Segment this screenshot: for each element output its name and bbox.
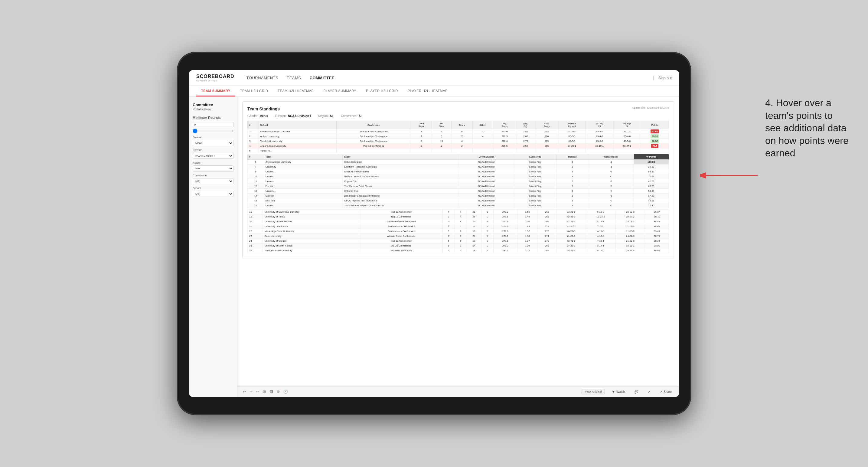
school-label: School — [193, 187, 234, 190]
gender-select[interactable]: Men's — [193, 140, 234, 146]
th-conf-rank: ConfRank — [411, 121, 432, 129]
undo-icon[interactable]: ↩ — [242, 389, 247, 395]
th-rank: # — [248, 121, 259, 129]
region-label: Region — [193, 161, 234, 164]
report-area: Team Standings Update time: 13/03/2024 1… — [238, 96, 679, 386]
table-row[interactable]: 21 University of Alabama Southeastern Co… — [248, 224, 669, 229]
sidebar: Committee Portal Review Minimum Rounds G… — [189, 96, 238, 397]
view-original-button[interactable]: View: Original — [582, 389, 605, 395]
table-row[interactable]: 3 Vanderbilt University Southeastern Con… — [248, 139, 669, 144]
tab-team-h2h-heatmap[interactable]: TEAM H2H HEATMAP — [273, 86, 318, 96]
nav-teams[interactable]: TEAMS — [287, 74, 301, 81]
eye-icon: 👁 — [612, 390, 615, 394]
table-row-selected[interactable]: 4 Arizona State University Pac-12 Confer… — [248, 144, 669, 149]
add-icon[interactable]: ⊕ — [276, 389, 280, 395]
division-label: Division — [193, 149, 234, 152]
th-overall: OverallRecord — [558, 121, 586, 129]
update-time: Update time: 13/03/2024 10:03:42 — [632, 106, 669, 109]
min-rounds-input[interactable] — [193, 122, 234, 127]
overlay-row: 6 Arizona State University Catus Collegi… — [248, 160, 669, 164]
th-no-tour: NoTour — [432, 121, 451, 129]
logo-text: SCOREBOARD — [196, 74, 235, 79]
content-area: Committee Portal Review Minimum Rounds G… — [189, 96, 679, 397]
overlay-row: 10 Univers... National Invitational Tour… — [248, 174, 669, 179]
sign-out-button[interactable]: Sign out — [653, 76, 672, 80]
division-select[interactable]: NCAA Division I — [193, 153, 234, 159]
th-adj-score: Adj.Score — [493, 121, 516, 129]
tab-team-h2h-grid[interactable]: TEAM H2H GRID — [235, 86, 273, 96]
annotation-container: 4. Hover over a team's points to see add… — [765, 97, 850, 160]
annotation-text: 4. Hover over a team's points to see add… — [765, 97, 850, 160]
toolbar-right: View: Original 👁 Watch 💬 ⤢ ↗ Share — [582, 389, 674, 395]
table-row[interactable]: 18 University of California, Berkeley Pa… — [248, 210, 669, 214]
table-row[interactable]: 2 Auburn University Southeastern Confere… — [248, 134, 669, 139]
region-select[interactable]: N/A — [193, 165, 234, 172]
refresh-icon[interactable]: ↩ — [255, 389, 260, 395]
th-wins: Wins — [472, 121, 493, 129]
school-select[interactable]: (All) — [193, 191, 234, 197]
report-card: Team Standings Update time: 13/03/2024 1… — [242, 101, 674, 258]
table-row[interactable]: 25 University of North Florida ASUN Conf… — [248, 244, 669, 248]
nav-committee[interactable]: COMMITTEE — [310, 74, 335, 81]
report-header: Team Standings Update time: 13/03/2024 1… — [247, 106, 669, 111]
redo-icon[interactable]: ↪ — [249, 389, 253, 395]
image-icon[interactable]: 🖼 — [269, 389, 274, 395]
app-header: SCOREBOARD Powered by clipp TOURNAMENTS … — [189, 70, 679, 86]
main-standings-table: # School Conference ConfRank NoTour Bnds… — [247, 121, 669, 153]
tablet-frame: SCOREBOARD Powered by clipp TOURNAMENTS … — [177, 52, 691, 415]
grid-icon[interactable]: ⊞ — [262, 389, 267, 395]
tablet-screen: SCOREBOARD Powered by clipp TOURNAMENTS … — [189, 70, 679, 397]
expand-button[interactable]: ⤢ — [645, 389, 653, 395]
table-row[interactable]: 22 Mississippi State University Southeas… — [248, 229, 669, 234]
overlay-row: 16 Univers... 2023 Sahalee Players Champ… — [248, 203, 669, 208]
toolbar: ↩ ↪ ↩ ⊞ 🖼 ⊕ 🕐 View: Original 👁 — [238, 386, 679, 397]
min-rounds-slider[interactable] — [193, 129, 234, 133]
th-bnds: Bnds — [451, 121, 472, 129]
lower-standings-table: 18 University of California, Berkeley Pa… — [247, 209, 669, 253]
arrow-indicator — [700, 169, 761, 183]
table-row[interactable]: 5 Texas Te... — [248, 149, 669, 153]
nav-tournaments[interactable]: TOURNAMENTS — [247, 74, 279, 81]
overlay-row: 11 Univers... Copper Cup NCAA Division I… — [248, 179, 669, 184]
table-row[interactable]: 20 University of New Mexico Mountain Wes… — [248, 219, 669, 224]
overlay-row: 12 Florida I The Cypress Point Classic N… — [248, 184, 669, 189]
overlay-row: 7 University Southern Highlands Collegia… — [248, 164, 669, 169]
overlay-event-table: # Team Event Event Division Event Type R… — [247, 154, 669, 208]
toolbar-left: ↩ ↪ ↩ ⊞ 🖼 ⊕ 🕐 — [242, 389, 288, 395]
overlay-row: 13 Univers... Williams Cup NCAA Division… — [248, 189, 669, 194]
table-row[interactable]: 1 University of North Carolina Atlantic … — [248, 129, 669, 134]
conference-select[interactable]: (All) — [193, 178, 234, 184]
tab-player-summary[interactable]: PLAYER SUMMARY — [318, 86, 361, 96]
watch-button[interactable]: 👁 Watch — [610, 389, 627, 395]
th-low-score: LowScore — [535, 121, 558, 129]
sub-nav: TEAM SUMMARY TEAM H2H GRID TEAM H2H HEAT… — [189, 86, 679, 96]
comment-button[interactable]: 💬 — [632, 389, 641, 395]
min-rounds-label: Minimum Rounds — [193, 116, 234, 120]
table-row[interactable]: 23 Duke University Atlantic Coast Confer… — [248, 234, 669, 239]
conference-filter: Conference: All — [341, 114, 362, 118]
overlay-row: 14 Georgia Ben Hogan Collegiate Invitati… — [248, 194, 669, 198]
overlay-row: 15 East Ten OFCC Fighting Illini Invitat… — [248, 198, 669, 203]
logo-area: SCOREBOARD Powered by clipp — [196, 74, 235, 82]
table-row[interactable]: 24 University of Oregon Pac-12 Conferenc… — [248, 239, 669, 244]
th-conference: Conference — [337, 121, 411, 129]
gender-filter: Gender: Men's — [247, 114, 268, 118]
tab-player-h2h-grid[interactable]: PLAYER H2H GRID — [361, 86, 403, 96]
share-button[interactable]: ↗ Share — [657, 389, 674, 395]
clock-icon[interactable]: 🕐 — [283, 389, 288, 395]
portal-title: Committee — [193, 102, 234, 107]
overlay-row: 9 Univers... Amer An Intercollegiate NCA… — [248, 169, 669, 174]
table-row[interactable]: 26 The Ohio State University Big Ten Con… — [248, 248, 669, 253]
tab-team-summary[interactable]: TEAM SUMMARY — [196, 86, 235, 96]
tab-player-h2h-heatmap[interactable]: PLAYER H2H HEATMAP — [403, 86, 453, 96]
th-vs50: Vs Top50 — [613, 121, 641, 129]
th-vs25: Vs Top25 — [586, 121, 613, 129]
nav-links: TOURNAMENTS TEAMS COMMITTEE — [247, 74, 644, 81]
table-row[interactable]: 19 University of Texas Big 12 Conference… — [248, 214, 669, 219]
th-points: Points — [641, 121, 669, 129]
report-title: Team Standings — [247, 106, 280, 111]
logo-sub: Powered by clipp — [196, 79, 235, 82]
division-filter: Division: NCAA Division I — [275, 114, 311, 118]
main-inner: Team Standings Update time: 13/03/2024 1… — [238, 96, 679, 397]
share-icon: ↗ — [660, 390, 662, 394]
